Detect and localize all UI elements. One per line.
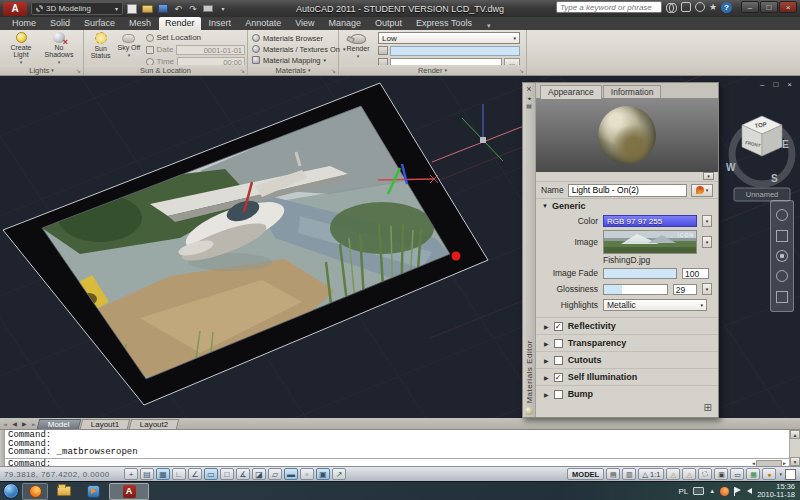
dialog-launcher-icon[interactable]: ↘ — [331, 67, 336, 74]
model-space-button[interactable]: MODEL — [567, 468, 604, 480]
cutouts-checkbox[interactable] — [554, 356, 563, 365]
new-file-icon[interactable] — [127, 4, 137, 14]
favorites-star-icon[interactable]: ★ — [709, 1, 717, 13]
tab-render[interactable]: Render — [159, 17, 201, 30]
image-fade-value[interactable]: 100 — [682, 268, 709, 279]
color-swatch-button[interactable]: ▾ — [691, 184, 713, 197]
transparency-checkbox[interactable] — [554, 339, 563, 348]
glossiness-options-button[interactable]: ▾ — [702, 283, 712, 295]
material-name-input[interactable] — [568, 184, 687, 197]
taskbar-autocad[interactable]: A — [109, 483, 149, 500]
section-cutouts[interactable]: ▶ Cutouts — [536, 351, 718, 368]
save-icon[interactable] — [158, 4, 168, 13]
materials-textures-on-button[interactable]: Materials / Textures On ▾ — [252, 44, 334, 54]
section-bump[interactable]: ▶ Bump — [536, 385, 718, 402]
expand-icon[interactable]: ▶ — [544, 357, 549, 364]
wrench-icon[interactable] — [681, 2, 691, 12]
section-transparency[interactable]: ▶ Transparency — [536, 334, 718, 351]
set-location-button[interactable]: Set Location — [146, 32, 245, 43]
grid-toggle[interactable]: ▦ — [156, 468, 170, 480]
quick-view-layouts-button[interactable]: ▤ — [606, 468, 620, 480]
image-options-button[interactable]: ▾ — [702, 236, 712, 248]
swap-editor-icon[interactable]: ⊞ — [704, 402, 712, 413]
drawing-minimize-button[interactable]: – — [760, 80, 764, 89]
generic-section-header[interactable]: ▼ Generic — [536, 199, 718, 213]
panel-close-icon[interactable]: × — [526, 85, 531, 94]
showmotion-icon[interactable] — [776, 291, 788, 303]
communication-center-icon[interactable] — [695, 2, 705, 12]
otrack-toggle[interactable]: ∡ — [236, 468, 250, 480]
taskbar-media-player[interactable] — [80, 483, 106, 500]
sun-status-button[interactable]: Sun Status — [86, 32, 115, 66]
auto-hide-icon[interactable]: ◂▸ — [527, 94, 530, 102]
compass-east[interactable]: E — [782, 139, 789, 150]
next-layout-icon[interactable]: ▶ — [20, 420, 29, 427]
tab-output[interactable]: Output — [369, 17, 408, 30]
sky-off-button[interactable]: Sky Off ▾ — [115, 32, 142, 66]
workspace-switch-icon[interactable] — [698, 468, 712, 480]
compass-west[interactable]: W — [726, 162, 736, 173]
steering-wheel-icon[interactable] — [776, 209, 788, 221]
orbit-icon[interactable] — [776, 270, 788, 282]
command-scrollbar[interactable]: ▲ ▼ — [789, 430, 800, 466]
grid-display-toggle[interactable]: ▤ — [140, 468, 154, 480]
render-button[interactable]: Render ▾ — [341, 32, 375, 66]
redo-icon[interactable]: ↷ — [188, 4, 198, 14]
glossiness-value[interactable]: 29 — [673, 284, 697, 295]
tpy-toggle[interactable]: ▫ — [300, 468, 314, 480]
navigation-bar[interactable] — [770, 200, 794, 312]
action-center-flag-icon[interactable] — [734, 487, 742, 496]
annotation-scale-button[interactable]: △ 1:1 — [638, 468, 664, 480]
tray-expand-icon[interactable]: ▲ — [709, 488, 715, 494]
tab-home[interactable]: Home — [6, 17, 42, 30]
sc-toggle[interactable]: ↗ — [332, 468, 346, 480]
search-input[interactable] — [556, 1, 662, 13]
tab-insert[interactable]: Insert — [203, 17, 238, 30]
material-mapping-button[interactable]: Material Mapping ▾ — [252, 55, 334, 65]
image-fade-slider[interactable] — [603, 268, 677, 279]
undo-icon[interactable]: ↶ — [173, 4, 183, 14]
render-quality-select[interactable]: Low ▾ — [378, 32, 520, 44]
panel-properties-icon[interactable]: ▤ — [526, 102, 532, 109]
lwt-toggle[interactable]: ▬ — [284, 468, 298, 480]
start-button[interactable] — [3, 483, 19, 499]
tab-layout1[interactable]: Layout1 — [79, 419, 130, 429]
drawing-restore-button[interactable]: □ — [773, 80, 778, 89]
first-layout-icon[interactable]: « — [2, 421, 9, 427]
autocad-logo[interactable]: A — [3, 2, 27, 16]
material-preview[interactable] — [536, 98, 718, 172]
tab-solid[interactable]: Solid — [44, 17, 76, 30]
compass-south[interactable]: S — [771, 173, 778, 184]
lights-panel-title[interactable]: Lights ▾ ↘ — [0, 65, 83, 75]
ribbon-minimize-icon[interactable]: ▾ — [484, 22, 494, 30]
close-button[interactable]: × — [779, 1, 797, 13]
tab-express-tools[interactable]: Express Tools — [410, 17, 478, 30]
image-thumbnail[interactable]: ICON — [603, 230, 697, 254]
glossiness-slider[interactable] — [603, 284, 668, 295]
sun-panel-title[interactable]: Sun & Location ↘ — [84, 65, 247, 75]
tab-appearance[interactable]: Appearance — [540, 85, 602, 99]
annotation-visibility-button[interactable]: △ — [666, 468, 680, 480]
qat-dropdown-icon[interactable]: ▾ — [218, 5, 228, 12]
restore-button[interactable]: □ — [760, 1, 778, 13]
performance-bulb-icon[interactable]: ● — [762, 468, 776, 480]
tab-model[interactable]: Model — [37, 419, 81, 429]
open-file-icon[interactable] — [142, 5, 153, 13]
taskbar-explorer[interactable] — [51, 483, 77, 500]
plot-icon[interactable] — [203, 5, 213, 12]
tab-layout2[interactable]: Layout2 — [129, 419, 180, 429]
scroll-up-icon[interactable]: ▲ — [790, 430, 800, 439]
coordinates-readout[interactable]: 79.3818, 767.4202, 0.0000 — [4, 470, 122, 479]
preview-options-button[interactable]: ▾ — [703, 172, 714, 180]
color-value-field[interactable]: RGB 97 97 255 — [603, 215, 697, 227]
scroll-down-icon[interactable]: ▼ — [790, 457, 800, 466]
hardware-accel-icon[interactable]: ▦ — [746, 468, 760, 480]
tray-app-icon[interactable] — [720, 487, 729, 496]
clean-screen-button[interactable] — [785, 469, 796, 480]
command-text-area[interactable]: Command: Command: Command: _matbrowserop… — [5, 430, 789, 466]
date-field[interactable]: 0001-01-01 — [176, 45, 245, 55]
auto-annotation-button[interactable]: △ — [682, 468, 696, 480]
pan-icon[interactable] — [776, 230, 788, 242]
prev-layout-icon[interactable]: ◀ — [10, 420, 19, 427]
section-self-illumination[interactable]: ▶ ✓ Self Illumination — [536, 368, 718, 385]
